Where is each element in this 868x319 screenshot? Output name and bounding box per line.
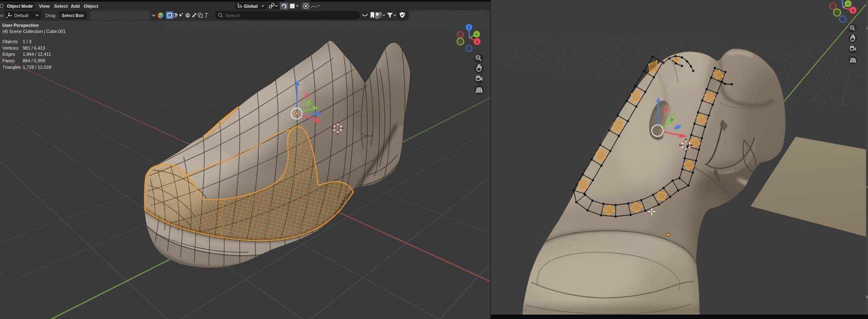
svg-text:Faces: Faces [2, 58, 15, 63]
svg-text:981 / 6,413: 981 / 6,413 [23, 46, 45, 50]
svg-text:1,728 / 12,028: 1,728 / 12,028 [23, 65, 51, 70]
svg-text:Y: Y [847, 2, 850, 6]
svg-text:Triangles: Triangles [2, 65, 21, 70]
svg-text:N: N [866, 26, 868, 30]
svg-text:864 / 5,999: 864 / 5,999 [23, 58, 45, 63]
svg-text:Default: Default [14, 13, 28, 18]
svg-text:V: V [866, 185, 868, 189]
svg-text:Z: Z [468, 26, 470, 30]
svg-text:Objects: Objects [2, 39, 18, 44]
svg-text:Edges: Edges [2, 52, 15, 57]
svg-text:Object: Object [84, 4, 98, 9]
svg-text:Search: Search [225, 13, 240, 18]
svg-text:View: View [39, 4, 50, 9]
svg-text:n:: n: [0, 13, 4, 18]
svg-text:X: X [852, 8, 855, 13]
svg-text:Object Mode: Object Mode [7, 4, 33, 9]
svg-text:B: B [866, 295, 868, 299]
svg-text:User Perspective: User Perspective [2, 23, 39, 28]
svg-text:Drag:: Drag: [46, 13, 56, 18]
svg-text:1 / 3: 1 / 3 [23, 39, 31, 44]
svg-text:(4) Scene Collection | Cube.00: (4) Scene Collection | Cube.001 [2, 29, 66, 34]
svg-text:Add: Add [71, 4, 80, 9]
svg-text:X: X [476, 40, 478, 44]
svg-text:Global: Global [244, 4, 258, 9]
svg-text:Y: Y [475, 33, 478, 37]
svg-text:1,844 / 12,411: 1,844 / 12,411 [23, 52, 51, 57]
svg-text:Select Box: Select Box [62, 13, 84, 18]
svg-text:Select: Select [54, 4, 68, 9]
svg-text:Vertices: Vertices [2, 46, 19, 50]
